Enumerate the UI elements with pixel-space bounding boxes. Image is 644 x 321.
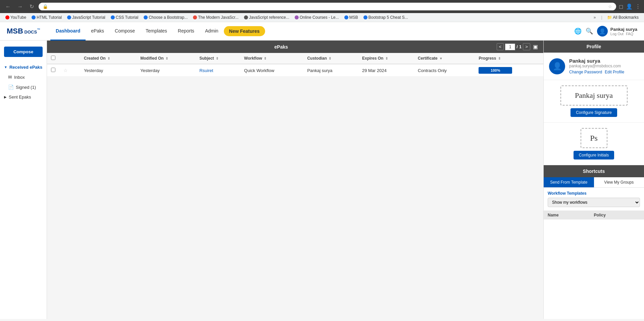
page-input[interactable] [505, 44, 515, 50]
inbox-icon: ✉ [8, 74, 12, 80]
logout-link[interactable]: Log Out [610, 32, 624, 36]
star-bookmark-icon[interactable]: ☆ [608, 4, 612, 9]
user-info[interactable]: 👤 Pankaj surya Log Out FAQ [597, 26, 637, 37]
signature-area: Pankaj surya Configure Signature [544, 80, 644, 123]
bookmark-online-courses-label: Online Courses - Le... [300, 15, 339, 20]
th-progress[interactable]: Progress ⇕ [475, 53, 543, 64]
sidebar-item-signed[interactable]: 📄 Signed (1) [0, 82, 47, 92]
sort-modified-on-icon: ⇕ [165, 57, 168, 60]
sidebar-item-sent-epaks[interactable]: ▶ Sent Epaks [0, 92, 47, 102]
expand-button[interactable]: ▣ [533, 44, 538, 50]
prev-page-button[interactable]: < [497, 43, 504, 50]
profile-panel: Profile 👤 Pankaj surya pankaj.surya@msbd… [543, 41, 644, 319]
bookmark-modern-js[interactable]: The Modern JavaScr... [191, 14, 241, 20]
sort-custodian-icon: ⇕ [329, 57, 331, 60]
bookmark-msb[interactable]: MSB [342, 14, 360, 20]
compose-button[interactable]: Compose [4, 47, 43, 57]
bookmark-bootstrap5[interactable]: Bootstrap 5 Cheat S... [361, 14, 410, 20]
shortcuts-col-policy: Policy [594, 213, 640, 217]
bookmark-js[interactable]: JavaScript Tutorial [65, 14, 107, 20]
th-custodian[interactable]: Custodian ⇕ [303, 53, 358, 64]
sort-progress-icon: ⇕ [498, 57, 501, 60]
signature-text: Pankaj surya [575, 91, 613, 100]
globe-icon[interactable]: 🌐 [574, 27, 582, 35]
initials-text: Ps [590, 134, 598, 143]
row-subject[interactable]: Rsuiret [195, 64, 240, 77]
more-bookmarks-button[interactable]: » [591, 14, 599, 20]
initials-area: Ps Configure Initials [544, 123, 644, 165]
main-content: Compose ▼ Received ePaks ✉ Inbox 📄 Signe… [0, 41, 644, 319]
bootstrap5-favicon [363, 15, 367, 19]
bookmark-modern-js-label: The Modern JavaScr... [198, 15, 239, 20]
workflow-dropdown[interactable]: Show my workflows [548, 198, 640, 207]
configure-signature-button[interactable]: Configure Signature [571, 108, 617, 117]
bookmark-css[interactable]: CSS Tutorial [109, 14, 140, 20]
nav-dashboard[interactable]: Dashboard [50, 22, 86, 41]
view-my-groups-tab[interactable]: View My Groups [594, 177, 644, 187]
th-expires-on[interactable]: Expires On ⇕ [358, 53, 414, 64]
next-page-button[interactable]: > [523, 43, 530, 50]
th-certificate[interactable]: Certificate ▼ [414, 53, 475, 64]
profile-details: Pankaj surya pankaj.surya@msbdocs.com Ch… [569, 58, 624, 74]
bookmark-js-label: JavaScript Tutorial [72, 15, 105, 20]
nav-compose[interactable]: Compose [109, 22, 140, 41]
th-modified-on[interactable]: Modified On ⇕ [136, 53, 195, 64]
profile-icon[interactable]: 👤 [626, 3, 633, 10]
epaks-table: Created On ⇕ Modified On ⇕ Subject ⇕ [47, 53, 543, 77]
url-input[interactable]: localhost:8080/mysignaturebook/app/dashb… [51, 4, 605, 9]
bootstrap-favicon [144, 15, 148, 19]
new-features-button[interactable]: New Features [224, 26, 265, 36]
th-workflow[interactable]: Workflow ⇕ [240, 53, 303, 64]
nav-admin[interactable]: Admin [200, 22, 224, 41]
star-icon[interactable]: ☆ [63, 68, 68, 73]
user-links: Log Out FAQ [610, 32, 637, 36]
address-bar[interactable]: 🔒 localhost:8080/mysignaturebook/app/das… [39, 3, 616, 10]
app-header: MSB DOCS™ Dashboard ePaks Compose Templa… [0, 22, 644, 41]
folder-icon: 📁 [607, 15, 612, 20]
menu-icon[interactable]: ⋮ [635, 3, 641, 10]
sort-workflow-icon: ⇕ [264, 57, 266, 60]
sidebar-sent-label: Sent Epaks [9, 94, 31, 100]
select-all-checkbox[interactable] [51, 56, 55, 60]
bookmark-online-courses[interactable]: Online Courses - Le... [293, 14, 341, 20]
courses-favicon [295, 15, 299, 19]
sidebar-inbox-label: Inbox [14, 75, 25, 80]
sidebar-item-inbox[interactable]: ✉ Inbox [0, 72, 47, 82]
reload-button[interactable]: ↻ [28, 3, 36, 10]
nav-templates[interactable]: Templates [140, 22, 172, 41]
bookmark-css-label: CSS Tutorial [116, 15, 138, 20]
bookmark-jsref[interactable]: JavaScript reference... [242, 14, 291, 20]
bookmark-html[interactable]: HTML Tutorial [30, 14, 64, 20]
configure-initials-button[interactable]: Configure Initials [574, 151, 614, 159]
edit-profile-link[interactable]: Edit Profile [605, 70, 624, 74]
back-button[interactable]: ← [3, 3, 13, 10]
sidebar-item-received-epaks[interactable]: ▼ Received ePaks [0, 62, 47, 72]
sort-expires-on-icon: ⇕ [385, 57, 388, 60]
th-subject[interactable]: Subject ⇕ [195, 53, 240, 64]
forward-button[interactable]: → [15, 3, 25, 10]
lock-icon: 🔒 [43, 4, 48, 9]
bookmark-bootstrap[interactable]: Choose a Bootstrap... [142, 14, 190, 20]
select-all-header [47, 53, 59, 64]
row-created-on: Yesterday [80, 64, 136, 77]
table-row: ☆ Yesterday Yesterday Rsuiret Quick Work… [47, 64, 543, 77]
send-from-template-tab[interactable]: Send From Template [544, 177, 594, 187]
row-custodian: Pankaj surya [303, 64, 358, 77]
search-icon[interactable]: 🔍 [586, 27, 593, 35]
bookmark-youtube[interactable]: YouTube [3, 14, 28, 20]
th-created-on[interactable]: Created On ⇕ [80, 53, 136, 64]
table-header: Created On ⇕ Modified On ⇕ Subject ⇕ [47, 53, 543, 64]
epaks-pagination: < / 1 > [497, 43, 530, 50]
extensions-icon[interactable]: ◻ [619, 3, 623, 10]
all-bookmarks-button[interactable]: 📁 All Bookmarks [605, 14, 641, 20]
bookmark-html-label: HTML Tutorial [37, 15, 62, 20]
table-wrapper: Created On ⇕ Modified On ⇕ Subject ⇕ [47, 53, 543, 319]
sort-subject-icon: ⇕ [216, 57, 218, 60]
css-favicon [111, 15, 115, 19]
faq-link[interactable]: FAQ [626, 32, 633, 36]
nav-epaks[interactable]: ePaks [86, 22, 109, 41]
row-checkbox[interactable] [51, 68, 55, 72]
bookmark-msb-label: MSB [349, 15, 358, 20]
nav-reports[interactable]: Reports [172, 22, 200, 41]
change-password-link[interactable]: Change Password [569, 70, 602, 74]
